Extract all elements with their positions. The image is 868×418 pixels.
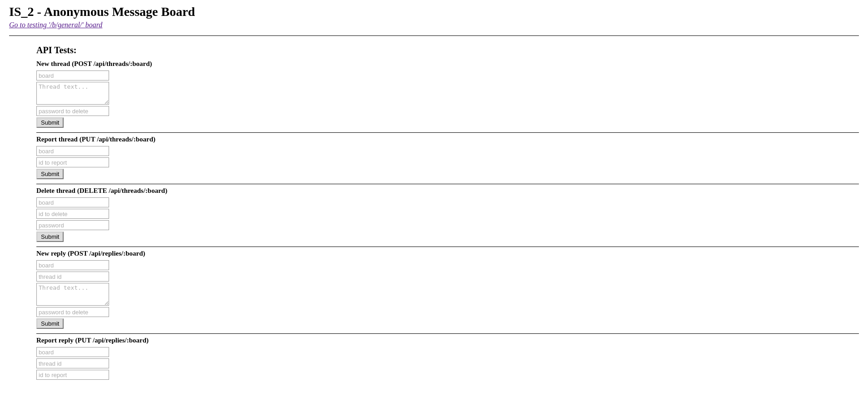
report-thread-id-input[interactable] [36,157,109,167]
report-thread-board-input[interactable] [36,146,109,156]
new-thread-submit[interactable] [36,117,64,128]
new-thread-section: New thread (POST /api/threads/:board) [36,60,859,130]
delete-thread-board-input[interactable] [36,197,109,207]
report-reply-id-input[interactable] [36,370,109,380]
report-reply-title: Report reply (PUT /api/replies/:board) [36,337,859,344]
new-thread-text-input[interactable] [36,82,109,105]
new-reply-password-input[interactable] [36,307,109,317]
report-thread-section: Report thread (PUT /api/threads/:board) [36,136,859,181]
content-area: API Tests: New thread (POST /api/threads… [36,45,859,380]
new-thread-title: New thread (POST /api/threads/:board) [36,60,859,68]
report-reply-board-input[interactable] [36,347,109,357]
new-reply-board-input[interactable] [36,260,109,270]
delete-thread-submit[interactable] [36,232,64,242]
report-reply-section: Report reply (PUT /api/replies/:board) [36,337,859,380]
delete-thread-section: Delete thread (DELETE /api/threads/:boar… [36,187,859,244]
new-reply-section: New reply (POST /api/replies/:board) [36,250,859,331]
top-divider [9,35,859,36]
report-reply-thread-id-input[interactable] [36,358,109,368]
new-thread-password-input[interactable] [36,106,109,116]
delete-thread-id-input[interactable] [36,209,109,219]
report-thread-submit[interactable] [36,169,64,179]
divider-1 [36,132,859,133]
divider-4 [36,333,859,334]
new-thread-board-input[interactable] [36,71,109,81]
delete-thread-password-input[interactable] [36,220,109,230]
board-link[interactable]: Go to testing '/b/general/' board [9,21,102,29]
page-title: IS_2 - Anonymous Message Board [9,5,859,19]
delete-thread-title: Delete thread (DELETE /api/threads/:boar… [36,187,859,195]
api-title: API Tests: [36,45,859,55]
divider-2 [36,184,859,184]
new-reply-text-input[interactable] [36,283,109,306]
divider-3 [36,247,859,247]
new-reply-title: New reply (POST /api/replies/:board) [36,250,859,257]
report-thread-title: Report thread (PUT /api/threads/:board) [36,136,859,143]
new-reply-thread-id-input[interactable] [36,272,109,282]
new-reply-submit[interactable] [36,318,64,329]
